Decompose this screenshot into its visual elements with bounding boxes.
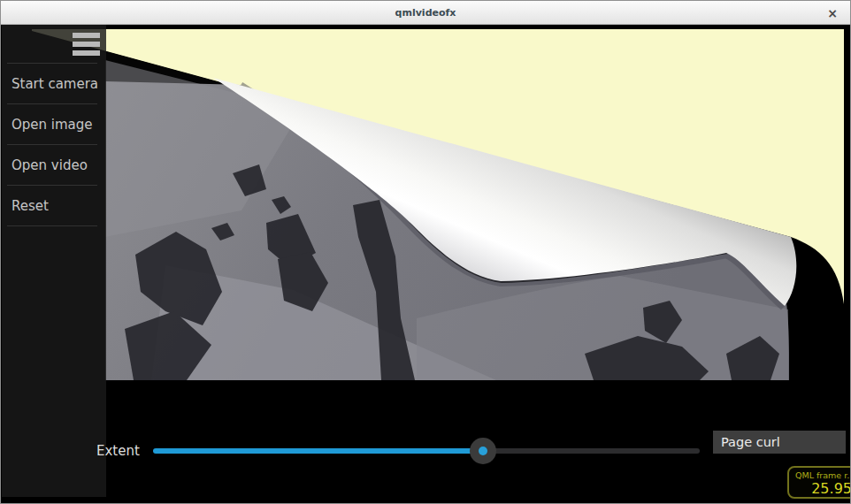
frame-rate-badge: QML frame r... 25.95 <box>787 466 850 499</box>
sidebar: Start camera Open image Open video Reset <box>2 25 106 497</box>
sidebar-item-start-camera[interactable]: Start camera <box>2 64 106 103</box>
window-title: qmlvideofx <box>395 7 456 19</box>
slider-handle-dot <box>479 447 487 455</box>
close-icon[interactable]: × <box>824 4 841 22</box>
titlebar: qmlvideofx × <box>1 1 850 25</box>
menu-divider <box>7 225 97 226</box>
extent-slider-label: Extent <box>96 443 140 459</box>
app-window: qmlvideofx × <box>0 0 851 504</box>
effect-selector-button[interactable]: Page curl <box>713 431 846 454</box>
content-area: Start camera Open image Open video Reset… <box>1 25 850 503</box>
slider-track-empty[interactable] <box>483 448 700 454</box>
sidebar-item-open-video[interactable]: Open video <box>2 145 106 185</box>
slider-track-filled[interactable] <box>153 448 483 454</box>
frame-rate-value: 25.95 <box>795 480 850 497</box>
extent-slider[interactable] <box>153 438 700 464</box>
sidebar-item-reset[interactable]: Reset <box>2 186 106 225</box>
hamburger-menu-icon[interactable] <box>73 32 101 57</box>
sidebar-menu: Start camera Open image Open video Reset <box>2 63 106 226</box>
sidebar-item-open-image[interactable]: Open image <box>2 104 106 144</box>
frame-rate-label: QML frame r... <box>795 470 850 480</box>
slider-handle[interactable] <box>470 438 496 464</box>
